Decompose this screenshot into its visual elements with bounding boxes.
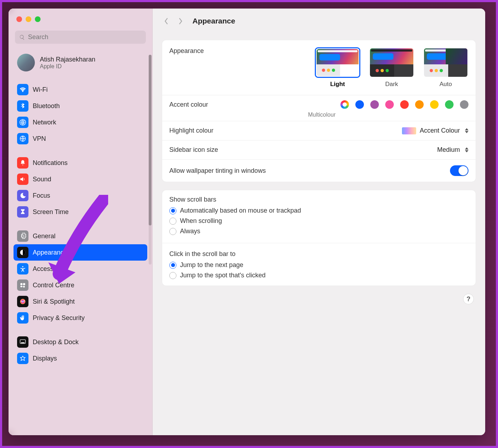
scroll-radio-2[interactable]: Always — [169, 226, 468, 236]
stepper-icon — [465, 147, 468, 153]
accent-color-a550a7[interactable] — [370, 100, 379, 109]
radio-icon — [169, 272, 176, 279]
help-button[interactable]: ? — [463, 294, 474, 304]
accent-color-f74f9e[interactable] — [385, 100, 394, 109]
radio-icon — [169, 262, 176, 269]
vpn-icon — [17, 133, 28, 144]
bluetooth-icon — [17, 100, 28, 112]
fullscreen-button[interactable] — [35, 16, 41, 22]
appearance-option-auto[interactable]: Auto — [423, 47, 468, 88]
sidebar-item-screen-time[interactable]: Screen Time — [14, 204, 147, 220]
tinting-label: Allow wallpaper tinting in windows — [169, 167, 266, 175]
accent-color-multicolour[interactable] — [340, 100, 349, 109]
sidebar-item-wi-fi[interactable]: Wi-Fi — [14, 81, 147, 98]
sidebar-item-label: Sound — [33, 176, 51, 183]
sidebar-scrollbar-thumb[interactable] — [149, 55, 152, 225]
click-title: Click in the scroll bar to — [162, 245, 476, 260]
chevron-left-icon — [164, 17, 169, 25]
search-input[interactable] — [28, 33, 142, 41]
back-button[interactable] — [161, 16, 171, 26]
moon-icon — [17, 190, 28, 201]
highlight-label: Highlight colour — [169, 127, 213, 134]
sidebar-item-accessibility[interactable]: Accessibility — [14, 261, 147, 277]
sidebar-item-label: Desktop & Dock — [33, 338, 79, 346]
sidebar-item-label: Wi-Fi — [33, 86, 48, 94]
close-button[interactable] — [16, 16, 22, 22]
click-radio-1[interactable]: Jump to the spot that's clicked — [169, 270, 468, 281]
sidebar-item-label: Control Centre — [33, 282, 74, 289]
sidebar-item-displays[interactable]: Displays — [14, 350, 147, 367]
radio-icon — [169, 228, 176, 235]
sidebar-item-label: Privacy & Security — [33, 314, 85, 322]
sidebar-item-label: Appearance — [33, 249, 67, 256]
sidebar-item-focus[interactable]: Focus — [14, 187, 147, 204]
radio-label: Jump to the next page — [180, 261, 243, 269]
sidebar-item-siri-spotlight[interactable]: Siri & Spotlight — [14, 293, 147, 310]
accent-color-8e8e93[interactable] — [460, 100, 468, 109]
sidebar-item-label: Bluetooth — [33, 102, 60, 110]
sidebar-item-label: Focus — [33, 192, 50, 199]
sidebar-item-general[interactable]: General — [14, 228, 147, 244]
titlebar: Appearance — [153, 9, 485, 33]
appearance-option-light[interactable]: Light — [315, 47, 360, 88]
click-radio-0[interactable]: Jump to the next page — [169, 260, 468, 270]
sidebar-item-label: General — [33, 233, 55, 240]
sidebar-item-notifications[interactable]: Notifications — [14, 155, 147, 171]
svg-rect-3 — [20, 283, 22, 285]
hand-icon — [17, 312, 28, 324]
scroll-radio-1[interactable]: When scrolling — [169, 216, 468, 226]
window-controls — [16, 16, 147, 22]
accent-dots — [340, 100, 468, 109]
scroll-radio-0[interactable]: Automatically based on mouse or trackpad — [169, 206, 468, 216]
sidebar-item-bluetooth[interactable]: Bluetooth — [14, 98, 147, 114]
wifi-icon — [17, 84, 28, 95]
svg-rect-4 — [23, 283, 25, 285]
highlight-select[interactable]: Accent Colour — [402, 127, 468, 134]
sidebar-scrollbar[interactable] — [149, 55, 152, 265]
scroll-card: Show scroll bars Automatically based on … — [162, 190, 476, 286]
appearance-label: Appearance — [169, 47, 204, 55]
appearance-option-label: Light — [315, 81, 360, 88]
sidebar-item-network[interactable]: Network — [14, 114, 147, 130]
accent-color-ffcc00[interactable] — [430, 100, 439, 109]
accessibility-icon — [17, 263, 28, 274]
radio-icon — [169, 207, 176, 214]
sidebar-item-label: VPN — [33, 135, 46, 143]
displays-icon — [17, 353, 28, 364]
sidebar-item-desktop-dock[interactable]: Desktop & Dock — [14, 334, 147, 350]
appearance-options: Light Dark Auto — [315, 47, 468, 88]
content: Appearance Light Dark — [153, 33, 485, 435]
sidebar-item-control-centre[interactable]: Control Centre — [14, 277, 147, 293]
minimize-button[interactable] — [26, 16, 31, 22]
accent-color-34c759[interactable] — [445, 100, 454, 109]
appearance-option-dark[interactable]: Dark — [369, 47, 414, 88]
forward-button[interactable] — [175, 16, 185, 26]
accent-color-ff9500[interactable] — [415, 100, 424, 109]
network-icon — [17, 117, 28, 128]
sidebar-item-appearance[interactable]: Appearance — [14, 244, 147, 261]
sidebar-size-select[interactable]: Medium — [437, 146, 468, 154]
stepper-icon — [465, 128, 468, 133]
siri-icon — [17, 296, 28, 307]
tinting-switch[interactable] — [450, 165, 468, 176]
appearance-option-label: Dark — [369, 81, 414, 88]
appearance-card: Appearance Light Dark — [162, 40, 476, 182]
avatar — [17, 54, 35, 71]
sidebar-item-vpn[interactable]: VPN — [14, 130, 147, 147]
sidebar: Atish Rajasekharan Apple ID Wi-FiBluetoo… — [9, 9, 153, 435]
bell-icon — [17, 157, 28, 169]
main-panel: Appearance Appearance Light — [153, 9, 485, 435]
radio-label: Jump to the spot that's clicked — [180, 272, 266, 279]
chevron-right-icon — [178, 17, 183, 25]
accent-color-ff3b30[interactable] — [400, 100, 409, 109]
sidebar-item-sound[interactable]: Sound — [14, 171, 147, 187]
settings-window: Atish Rajasekharan Apple ID Wi-FiBluetoo… — [9, 9, 485, 435]
accent-color-0a60ff[interactable] — [355, 100, 364, 109]
radio-label: Always — [180, 228, 200, 235]
accent-sub-label: Multicolour — [169, 112, 468, 118]
radio-label: Automatically based on mouse or trackpad — [180, 207, 301, 214]
profile-row[interactable]: Atish Rajasekharan Apple ID — [14, 52, 147, 74]
search-box[interactable] — [15, 31, 146, 44]
sidebar-item-privacy-security[interactable]: Privacy & Security — [14, 310, 147, 326]
svg-point-2 — [22, 266, 23, 267]
